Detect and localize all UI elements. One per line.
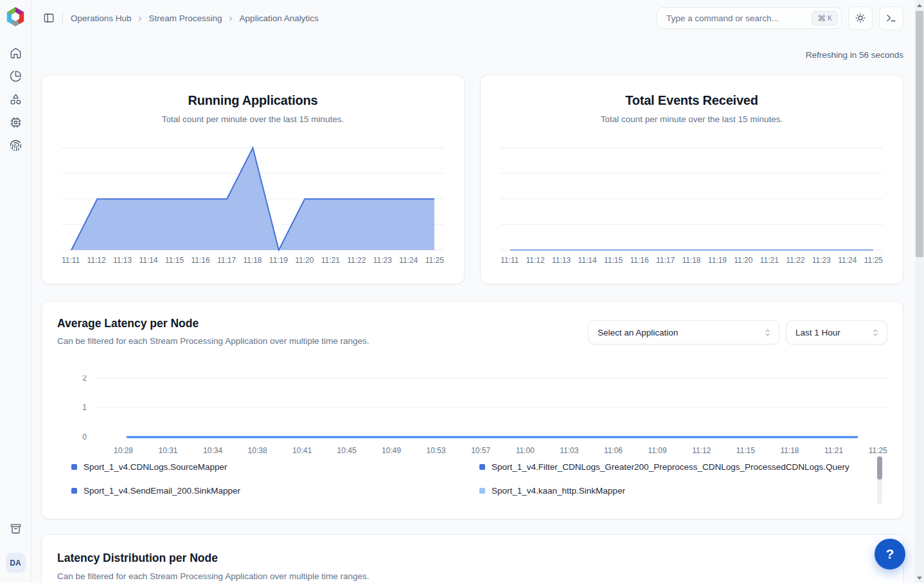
sidebar: DA	[0, 0, 31, 583]
x-axis-label: 11:24	[838, 256, 857, 265]
time-range-select[interactable]: Last 1 Hour	[786, 320, 887, 345]
x-axis-label: 11:12	[87, 256, 106, 265]
top-cards-row: Running Applications Total count per min…	[41, 75, 903, 284]
terminal-button[interactable]	[879, 6, 903, 30]
x-axis-label: 10:45	[337, 446, 357, 455]
x-axis-label: 11:21	[824, 446, 843, 455]
application-select[interactable]: Select an Application	[588, 320, 779, 345]
command-key-icon: ⌘	[817, 13, 826, 23]
sidebar-item-system[interactable]	[5, 114, 26, 131]
pie-chart-icon	[10, 70, 22, 82]
legend-scrollbar[interactable]	[877, 456, 882, 504]
sidebar-nav	[5, 44, 26, 154]
x-axis-label: 11:25	[864, 256, 883, 265]
sidebar-item-applications[interactable]	[5, 91, 26, 108]
card-title: Running Applications	[62, 93, 444, 108]
panel-left-icon	[43, 12, 55, 24]
sidebar-toggle-button[interactable]	[39, 8, 58, 28]
svg-text:2: 2	[82, 375, 87, 382]
legend-swatch-icon	[71, 488, 77, 494]
help-button[interactable]: ?	[875, 539, 905, 570]
x-axis-label: 11:14	[578, 256, 597, 265]
fingerprint-icon	[10, 139, 22, 152]
x-axis-label: 11:17	[656, 256, 675, 265]
operations-hub-app: DA Operations Hub › Stream Processing › …	[0, 0, 924, 583]
x-axis: 10:2810:3110:3410:3810:4110:4510:4910:53…	[57, 446, 887, 455]
header-divider	[62, 13, 63, 24]
theme-toggle-button[interactable]	[848, 6, 873, 30]
page-scrollbar[interactable]	[915, 0, 924, 583]
x-axis-label: 11:21	[321, 256, 340, 265]
search-input[interactable]	[665, 13, 806, 24]
breadcrumb: Operations Hub › Stream Processing › App…	[71, 13, 319, 23]
x-axis-label: 11:19	[269, 256, 288, 265]
legend-scrollbar-thumb[interactable]	[877, 456, 882, 480]
legend-swatch-icon	[479, 464, 485, 470]
sidebar-item-home[interactable]	[5, 44, 26, 62]
average-latency-card: Average Latency per Node Can be filtered…	[41, 301, 903, 519]
legend-swatch-icon	[71, 464, 77, 470]
card-title: Total Events Received	[501, 93, 883, 108]
legend-item[interactable]: Sport_1_v4.Filter_CDNLogs_Greater200_Pre…	[479, 462, 887, 472]
card-subtitle: Can be filtered for each Stream Processi…	[57, 336, 369, 346]
scrollbar-up-arrow-icon[interactable]	[915, 0, 924, 10]
x-axis-label: 10:53	[427, 446, 446, 455]
legend-item[interactable]: Sport_1_v4.SendEmail_200.SinkMapper	[71, 486, 479, 496]
sidebar-item-identity[interactable]	[5, 137, 26, 154]
cpu-icon	[10, 116, 22, 129]
sidebar-item-archive[interactable]	[5, 520, 26, 537]
latency-filters: Select an Application Last 1 Hour	[588, 317, 887, 345]
breadcrumb-application-analytics: Application Analytics	[240, 13, 319, 23]
x-axis-label: 11:15	[736, 446, 755, 455]
latency-card-header: Average Latency per Node Can be filtered…	[57, 317, 887, 346]
x-axis-label: 11:24	[399, 256, 418, 265]
x-axis-label: 11:11	[501, 256, 519, 265]
x-axis-label: 11:20	[295, 256, 314, 265]
app-logo-icon[interactable]	[6, 7, 25, 26]
user-avatar[interactable]: DA	[6, 553, 26, 573]
chevron-right-icon: ›	[139, 13, 142, 22]
x-axis-label: 11:22	[786, 256, 804, 265]
page-content: Refreshing in 56 seconds Running Applica…	[31, 36, 924, 583]
header-actions: ⌘ K	[657, 6, 903, 30]
legend-item[interactable]: Sport_1_v4.CDNLogs.SourceMapper	[71, 462, 479, 472]
x-axis-label: 11:18	[682, 256, 700, 265]
legend-label: Sport_1_v4.CDNLogs.SourceMapper	[84, 462, 227, 472]
x-axis-label: 11:12	[526, 256, 545, 265]
running-applications-card: Running Applications Total count per min…	[41, 75, 465, 284]
x-axis-label: 11:09	[648, 446, 667, 455]
x-axis-label: 11:18	[243, 256, 262, 265]
x-axis: 11:1111:1211:1311:1411:1511:1611:1711:18…	[62, 256, 444, 265]
legend-label: Sport_1_v4.SendEmail_200.SinkMapper	[84, 486, 240, 496]
chart-legend: Sport_1_v4.CDNLogs.SourceMapperSport_1_v…	[57, 462, 887, 496]
scrollbar-thumb[interactable]	[916, 11, 923, 257]
breadcrumb-stream-processing[interactable]: Stream Processing	[149, 13, 222, 23]
breadcrumb-operations-hub[interactable]: Operations Hub	[71, 13, 132, 23]
x-axis: 11:1111:1211:1311:1411:1511:1611:1711:18…	[501, 256, 883, 265]
x-axis-label: 11:11	[62, 256, 80, 265]
scrollbar-down-arrow-icon[interactable]	[915, 573, 924, 583]
x-axis-label: 10:57	[471, 446, 490, 455]
application-select-value: Select an Application	[598, 328, 678, 337]
running-applications-chart	[62, 145, 444, 251]
card-subtitle: Can be filtered for each Stream Processi…	[57, 571, 887, 581]
chevrons-up-down-icon	[763, 328, 772, 337]
x-axis-label: 11:13	[113, 256, 132, 265]
sidebar-item-analytics[interactable]	[5, 67, 26, 85]
archive-icon	[10, 523, 22, 535]
command-search[interactable]: ⌘ K	[657, 7, 842, 29]
x-axis-label: 11:19	[708, 256, 727, 265]
terminal-icon	[885, 12, 897, 24]
k-key-label: K	[828, 14, 832, 22]
home-icon	[10, 47, 22, 59]
x-axis-label: 11:23	[373, 256, 392, 265]
x-axis-label: 11:16	[630, 256, 648, 265]
card-title: Average Latency per Node	[57, 317, 369, 330]
legend-label: Sport_1_v4.Filter_CDNLogs_Greater200_Pre…	[492, 462, 849, 472]
total-events-chart	[501, 145, 883, 251]
shapes-icon	[10, 93, 22, 105]
x-axis-label: 11:13	[552, 256, 571, 265]
x-axis-label: 11:15	[604, 256, 623, 265]
legend-item[interactable]: Sport_1_v4.kaan_http.SinkMapper	[479, 486, 887, 496]
main-area: Operations Hub › Stream Processing › App…	[31, 0, 924, 583]
